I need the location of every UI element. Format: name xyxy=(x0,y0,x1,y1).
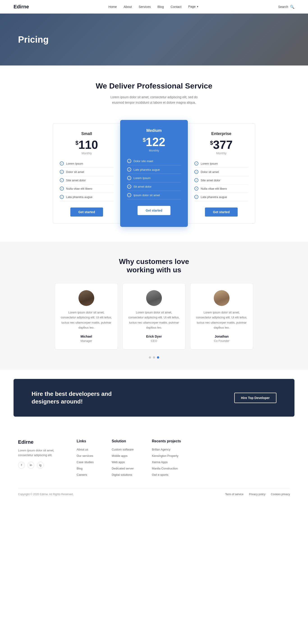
footer-col-solution: Solution Custom software Mobile apps Web… xyxy=(112,439,134,479)
nav-services[interactable]: Services xyxy=(139,5,151,8)
search-label: Search xyxy=(278,5,288,8)
footer-brand: Edirne Lorem ipsum dolor sit amet, conse… xyxy=(18,439,59,479)
dot-2[interactable] xyxy=(153,356,155,358)
service-description: Lorem ipsum dolor sit amet, consectetur … xyxy=(107,94,201,106)
footer-col-projects-heading: Recents projects xyxy=(152,439,181,443)
plan-features-medium: ✓Dolor site maet ✓Late pharetra augue ✓L… xyxy=(127,157,181,200)
plan-features-small: ✓Lorem Ipsum ✓Dolor sit amet ✓Site amet … xyxy=(60,160,114,201)
nav-home[interactable]: Home xyxy=(109,5,117,8)
list-item: ✓Ipsum dolor sit amet xyxy=(127,191,181,200)
list-item: ✓Nulla vitae elit libero xyxy=(194,184,248,193)
nav-contact[interactable]: Contact xyxy=(170,5,181,8)
nav-links: Home About Services Blog Contact Page ▼ xyxy=(109,5,199,9)
list-item: ✓Dolor sit amet xyxy=(194,168,248,176)
hire-top-developer-button[interactable]: Hire Top Developer xyxy=(234,393,277,403)
footer-col-solution-heading: Solution xyxy=(112,439,134,443)
list-item: ✓Sit amet dolor xyxy=(127,182,181,191)
plan-name-medium: Medium xyxy=(127,128,181,133)
list-item: ✓Lorem Ipsum xyxy=(60,160,114,168)
testimonial-name-1: Michael xyxy=(60,335,112,338)
check-icon: ✓ xyxy=(60,170,64,174)
pricing-card-small: Small $110 Monthly ✓Lorem Ipsum ✓Dolor s… xyxy=(53,123,120,224)
footer-cookies-link[interactable]: Cookies privacy xyxy=(271,493,290,496)
footer-projects-list: Brillan Agency Kensington Property Xanna… xyxy=(152,447,181,477)
pricing-card-enterprise: Enterprise $377 Monthly ✓Lorem Ipsum ✓Do… xyxy=(188,123,255,224)
footer: Edirne Lorem ipsum dolor sit amet, conse… xyxy=(0,426,308,503)
hero-section: Pricing xyxy=(0,14,308,66)
testimonial-text-1: Lorem ipsum dolor sit amet, consectetur … xyxy=(60,310,112,330)
avatar-michael xyxy=(78,290,94,306)
footer-link-our-services[interactable]: Our services xyxy=(77,454,93,458)
footer-link-dedicated-server[interactable]: Dedicated server xyxy=(112,467,134,470)
testimonial-text-3: Lorem ipsum dolor sit amet, consectetur … xyxy=(196,310,248,330)
search-icon[interactable]: 🔍 xyxy=(290,5,295,9)
testimonial-role-1: Manager xyxy=(60,339,112,342)
navbar: Edirne Home About Services Blog Contact … xyxy=(0,0,308,14)
testimonial-text-2: Lorem ipsum dolor sit amet, consectetur … xyxy=(128,310,180,330)
footer-link-web-apps[interactable]: Web apps xyxy=(112,460,125,464)
plan-features-enterprise: ✓Lorem Ipsum ✓Dolor sit amet ✓Site amet … xyxy=(194,160,248,201)
testimonial-card-1: Lorem ipsum dolor sit amet, consectetur … xyxy=(55,283,118,349)
linkedin-icon[interactable]: in xyxy=(27,462,34,468)
pricing-section: Small $110 Monthly ✓Lorem Ipsum ✓Dolor s… xyxy=(0,116,308,242)
nav-logo[interactable]: Edirne xyxy=(13,4,29,10)
footer-link-manila[interactable]: Manila Construction xyxy=(152,467,178,470)
footer-terms-link[interactable]: Term of service xyxy=(225,493,244,496)
footer-link-digital-solutions[interactable]: Digital solutions xyxy=(112,473,132,476)
footer-link-mobile-apps[interactable]: Mobile apps xyxy=(112,454,127,458)
footer-copyright: Copyright © 2020 Edirne. All Rights Rese… xyxy=(18,493,73,496)
footer-links-list: About us Our services Case studies Blog … xyxy=(77,447,94,477)
cta-banner: Hire the best developers and designers a… xyxy=(13,379,295,417)
footer-link-brillan[interactable]: Brillan Agency xyxy=(152,448,170,451)
footer-link-custom-software[interactable]: Custom software xyxy=(112,448,134,451)
avatar-erick xyxy=(146,290,162,306)
get-started-small-button[interactable]: Get started xyxy=(70,208,103,216)
footer-link-kensington[interactable]: Kensington Property xyxy=(152,454,178,458)
footer-col-projects: Recents projects Brillan Agency Kensingt… xyxy=(152,439,181,479)
dot-3[interactable] xyxy=(157,356,159,358)
check-icon: ✓ xyxy=(194,178,198,182)
footer-col-links: Links About us Our services Case studies… xyxy=(77,439,94,479)
check-icon: ✓ xyxy=(60,186,64,190)
get-started-medium-button[interactable]: Get started xyxy=(138,206,170,215)
dot-1[interactable] xyxy=(149,356,151,358)
footer-link-blog[interactable]: Blog xyxy=(77,467,83,470)
footer-col-links-heading: Links xyxy=(77,439,94,443)
nav-about[interactable]: About xyxy=(124,5,132,8)
list-item: ✓Nulla vitae elit libero xyxy=(60,184,114,193)
list-item: ✓Dolor site maet xyxy=(127,157,181,166)
footer-link-case-studies[interactable]: Case studies xyxy=(77,460,94,464)
nav-search[interactable]: Search 🔍 xyxy=(278,5,295,9)
check-icon: ✓ xyxy=(60,195,64,199)
testimonial-card-2: Lorem ipsum dolor sit amet, consectetur … xyxy=(123,283,185,349)
nav-blog[interactable]: Blog xyxy=(157,5,164,8)
footer-solution-list: Custom software Mobile apps Web apps Ded… xyxy=(112,447,134,477)
service-section: We Deliver Professional Service Lorem ip… xyxy=(0,66,308,116)
footer-link-careers[interactable]: Careers xyxy=(77,473,87,476)
footer-bottom: Copyright © 2020 Edirne. All Rights Rese… xyxy=(18,488,290,496)
instagram-icon[interactable]: ig xyxy=(37,462,44,468)
footer-link-about-us[interactable]: About us xyxy=(77,448,88,451)
check-icon: ✓ xyxy=(194,170,198,174)
plan-period-enterprise: Monthly xyxy=(194,152,248,155)
testimonial-name-3: Jonathan xyxy=(196,335,248,338)
facebook-icon[interactable]: f xyxy=(18,462,25,468)
list-item: ✓Dolor sit amet xyxy=(60,168,114,176)
footer-privacy-link[interactable]: Privacy policy xyxy=(249,493,265,496)
list-item: ✓Lorem Ipsum xyxy=(127,174,181,182)
avatar-jonathan xyxy=(214,290,230,306)
nav-page-dropdown[interactable]: Page ▼ xyxy=(188,5,199,8)
list-item: ✓Site amet dolor xyxy=(60,176,114,184)
get-started-enterprise-button[interactable]: Get started xyxy=(205,208,238,216)
check-icon: ✓ xyxy=(194,162,198,166)
check-icon: ✓ xyxy=(127,193,131,197)
plan-price-enterprise: $377 xyxy=(194,139,248,150)
footer-top: Edirne Lorem ipsum dolor sit amet, conse… xyxy=(18,439,290,479)
plan-period-medium: Monthly xyxy=(127,149,181,152)
footer-link-owl[interactable]: Owl e-sports xyxy=(152,473,168,476)
footer-link-xanna[interactable]: Xanna Apps xyxy=(152,460,167,464)
testimonial-role-3: Co Founder xyxy=(196,339,248,342)
check-icon: ✓ xyxy=(60,162,64,166)
list-item: ✓Late pharetra augue xyxy=(127,166,181,174)
service-heading: We Deliver Professional Service xyxy=(9,81,299,90)
